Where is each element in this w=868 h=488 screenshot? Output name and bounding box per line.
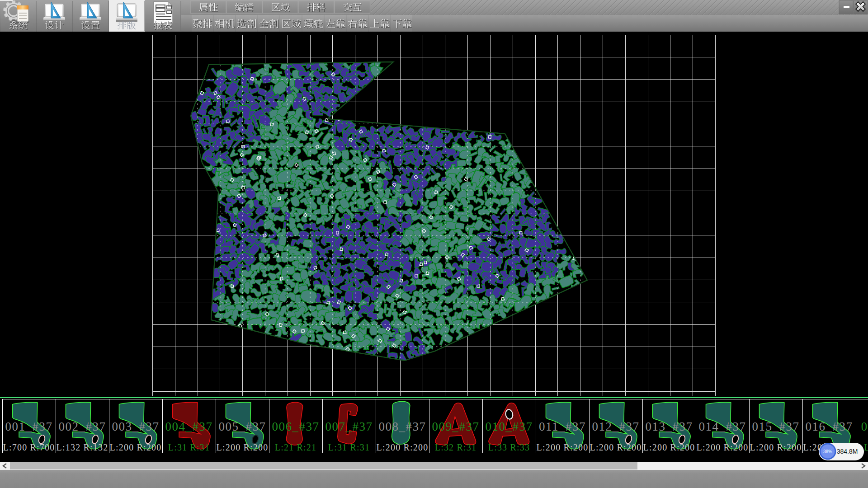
- svg-text:L:21 R:21: L:21 R:21: [275, 442, 316, 452]
- svg-text:L:33 R:33: L:33 R:33: [864, 442, 868, 452]
- svg-text:014_#37: 014_#37: [699, 420, 746, 433]
- svg-text:015_#37: 015_#37: [752, 420, 800, 433]
- svg-text:003_#37: 003_#37: [112, 420, 160, 433]
- svg-text:38%: 38%: [823, 449, 832, 454]
- svg-text:L:31 R:31: L:31 R:31: [168, 442, 210, 452]
- svg-text:L:200 R:200: L:200 R:200: [643, 442, 695, 452]
- svg-text:001_#37: 001_#37: [5, 420, 53, 433]
- svg-text:L:33 R:33: L:33 R:33: [488, 442, 530, 452]
- svg-text:L:32 R:31: L:32 R:31: [435, 442, 476, 452]
- svg-text:013_#37: 013_#37: [646, 420, 693, 433]
- svg-text:L:200 R:200: L:200 R:200: [217, 442, 269, 452]
- svg-text:008_#37: 008_#37: [379, 420, 426, 433]
- svg-text:L:200 R:200: L:200 R:200: [537, 442, 589, 452]
- svg-text:L:700 R:700: L:700 R:700: [3, 442, 55, 452]
- svg-text:L:200 R:200: L:200 R:200: [110, 442, 162, 452]
- svg-text:009_#37: 009_#37: [432, 420, 480, 433]
- svg-text:004_#37: 004_#37: [165, 420, 213, 433]
- svg-text:012_#37: 012_#37: [592, 420, 640, 433]
- svg-text:L:132 R:132: L:132 R:132: [57, 442, 108, 452]
- svg-text:005_#37: 005_#37: [219, 420, 266, 433]
- svg-text:006_#37: 006_#37: [272, 420, 320, 433]
- svg-text:010_#37: 010_#37: [486, 420, 533, 433]
- svg-text:L:200 R:200: L:200 R:200: [697, 442, 749, 452]
- svg-text:L:200 R:200: L:200 R:200: [750, 442, 802, 452]
- svg-text:011_#37: 011_#37: [539, 420, 586, 433]
- svg-text:L:200 R:200: L:200 R:200: [377, 442, 429, 452]
- svg-text:L:200 R:200: L:200 R:200: [590, 442, 642, 452]
- svg-text:017_#37: 017_#37: [861, 420, 868, 433]
- svg-text:L:31 R:31: L:31 R:31: [328, 442, 370, 452]
- svg-text:016_#37: 016_#37: [806, 420, 853, 433]
- svg-text:384.8M: 384.8M: [837, 448, 858, 455]
- svg-text:007_#37: 007_#37: [326, 420, 373, 433]
- svg-text:002_#37: 002_#37: [59, 420, 106, 433]
